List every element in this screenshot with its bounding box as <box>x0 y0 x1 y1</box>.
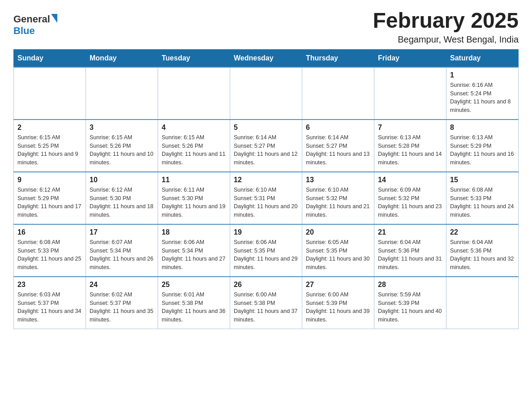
day-info: Sunrise: 6:13 AMSunset: 5:28 PMDaylight:… <box>378 133 442 167</box>
day-number: 18 <box>162 228 226 236</box>
day-number: 3 <box>90 124 154 132</box>
day-number: 19 <box>234 228 298 236</box>
calendar-cell: 15Sunrise: 6:08 AMSunset: 5:33 PMDayligh… <box>446 172 519 224</box>
calendar-cell: 17Sunrise: 6:07 AMSunset: 5:34 PMDayligh… <box>86 224 158 277</box>
day-info: Sunrise: 6:00 AMSunset: 5:39 PMDaylight:… <box>306 291 370 324</box>
weekday-header-wednesday: Wednesday <box>230 49 302 67</box>
calendar-cell: 3Sunrise: 6:15 AMSunset: 5:26 PMDaylight… <box>86 120 158 172</box>
day-number: 24 <box>90 281 154 289</box>
day-number: 8 <box>450 124 515 132</box>
calendar-cell: 4Sunrise: 6:15 AMSunset: 5:26 PMDaylight… <box>158 120 230 172</box>
weekday-header-friday: Friday <box>374 49 446 67</box>
day-info: Sunrise: 6:06 AMSunset: 5:35 PMDaylight:… <box>234 238 298 272</box>
day-info: Sunrise: 6:12 AMSunset: 5:30 PMDaylight:… <box>90 186 154 219</box>
day-number: 28 <box>378 281 442 289</box>
calendar-cell: 1Sunrise: 6:16 AMSunset: 5:24 PMDaylight… <box>446 67 519 120</box>
week-row-5: 23Sunrise: 6:03 AMSunset: 5:37 PMDayligh… <box>14 277 519 329</box>
day-info: Sunrise: 6:16 AMSunset: 5:24 PMDaylight:… <box>450 81 515 115</box>
calendar-cell: 10Sunrise: 6:12 AMSunset: 5:30 PMDayligh… <box>86 172 158 224</box>
day-number: 26 <box>234 281 298 289</box>
calendar-cell: 12Sunrise: 6:10 AMSunset: 5:31 PMDayligh… <box>230 172 302 224</box>
title-area: February 2025 Begampur, West Bengal, Ind… <box>373 9 519 45</box>
calendar-cell: 27Sunrise: 6:00 AMSunset: 5:39 PMDayligh… <box>302 277 374 329</box>
calendar-cell: 9Sunrise: 6:12 AMSunset: 5:29 PMDaylight… <box>14 172 86 224</box>
calendar-cell <box>374 67 446 120</box>
day-number: 12 <box>234 176 298 184</box>
calendar-cell: 25Sunrise: 6:01 AMSunset: 5:38 PMDayligh… <box>158 277 230 329</box>
day-number: 13 <box>306 176 370 184</box>
calendar-cell: 28Sunrise: 5:59 AMSunset: 5:39 PMDayligh… <box>374 277 446 329</box>
calendar-cell: 18Sunrise: 6:06 AMSunset: 5:34 PMDayligh… <box>158 224 230 277</box>
day-info: Sunrise: 6:12 AMSunset: 5:29 PMDaylight:… <box>17 186 82 219</box>
day-number: 9 <box>17 176 82 184</box>
calendar-cell: 13Sunrise: 6:10 AMSunset: 5:32 PMDayligh… <box>302 172 374 224</box>
calendar-cell: 14Sunrise: 6:09 AMSunset: 5:32 PMDayligh… <box>374 172 446 224</box>
calendar-cell: 11Sunrise: 6:11 AMSunset: 5:30 PMDayligh… <box>158 172 230 224</box>
calendar-cell: 20Sunrise: 6:05 AMSunset: 5:35 PMDayligh… <box>302 224 374 277</box>
day-number: 6 <box>306 124 370 132</box>
day-number: 15 <box>450 176 515 184</box>
day-info: Sunrise: 6:08 AMSunset: 5:33 PMDaylight:… <box>17 238 82 272</box>
day-number: 4 <box>162 124 226 132</box>
calendar-cell: 6Sunrise: 6:14 AMSunset: 5:27 PMDaylight… <box>302 120 374 172</box>
day-info: Sunrise: 5:59 AMSunset: 5:39 PMDaylight:… <box>378 291 442 324</box>
calendar-cell: 7Sunrise: 6:13 AMSunset: 5:28 PMDaylight… <box>374 120 446 172</box>
week-row-2: 2Sunrise: 6:15 AMSunset: 5:25 PMDaylight… <box>14 120 519 172</box>
day-number: 21 <box>378 228 442 236</box>
calendar-cell: 24Sunrise: 6:02 AMSunset: 5:37 PMDayligh… <box>86 277 158 329</box>
day-info: Sunrise: 6:01 AMSunset: 5:38 PMDaylight:… <box>162 291 226 324</box>
day-info: Sunrise: 6:06 AMSunset: 5:34 PMDaylight:… <box>162 238 226 272</box>
calendar-cell <box>86 67 158 120</box>
day-info: Sunrise: 6:15 AMSunset: 5:26 PMDaylight:… <box>162 133 226 167</box>
weekday-header-saturday: Saturday <box>446 49 519 67</box>
day-number: 23 <box>17 281 82 289</box>
day-info: Sunrise: 6:08 AMSunset: 5:33 PMDaylight:… <box>450 186 515 219</box>
day-info: Sunrise: 6:05 AMSunset: 5:35 PMDaylight:… <box>306 238 370 272</box>
weekday-header-sunday: Sunday <box>14 49 86 67</box>
calendar-cell: 23Sunrise: 6:03 AMSunset: 5:37 PMDayligh… <box>14 277 86 329</box>
day-info: Sunrise: 6:04 AMSunset: 5:36 PMDaylight:… <box>450 238 515 272</box>
logo-text-general: General <box>13 13 50 25</box>
day-number: 14 <box>378 176 442 184</box>
logo-first-line: General <box>13 13 57 25</box>
day-info: Sunrise: 6:07 AMSunset: 5:34 PMDaylight:… <box>90 238 154 272</box>
logo: GeneralBlue <box>13 13 57 37</box>
day-number: 2 <box>17 124 82 132</box>
calendar-cell: 8Sunrise: 6:13 AMSunset: 5:29 PMDaylight… <box>446 120 519 172</box>
day-info: Sunrise: 6:14 AMSunset: 5:27 PMDaylight:… <box>306 133 370 167</box>
page-header: GeneralBlue February 2025 Begampur, West… <box>13 9 519 45</box>
calendar-subtitle: Begampur, West Bengal, India <box>373 34 519 45</box>
week-row-4: 16Sunrise: 6:08 AMSunset: 5:33 PMDayligh… <box>14 224 519 277</box>
day-number: 16 <box>17 228 82 236</box>
day-info: Sunrise: 6:03 AMSunset: 5:37 PMDaylight:… <box>17 291 82 324</box>
day-info: Sunrise: 6:15 AMSunset: 5:25 PMDaylight:… <box>17 133 82 167</box>
weekday-header-row: SundayMondayTuesdayWednesdayThursdayFrid… <box>14 49 519 67</box>
day-number: 11 <box>162 176 226 184</box>
day-info: Sunrise: 6:11 AMSunset: 5:30 PMDaylight:… <box>162 186 226 219</box>
weekday-header-tuesday: Tuesday <box>158 49 230 67</box>
week-row-1: 1Sunrise: 6:16 AMSunset: 5:24 PMDaylight… <box>14 67 519 120</box>
day-info: Sunrise: 6:10 AMSunset: 5:32 PMDaylight:… <box>306 186 370 219</box>
calendar-title: February 2025 <box>373 9 519 33</box>
day-info: Sunrise: 6:02 AMSunset: 5:37 PMDaylight:… <box>90 291 154 324</box>
day-info: Sunrise: 6:15 AMSunset: 5:26 PMDaylight:… <box>90 133 154 167</box>
day-number: 27 <box>306 281 370 289</box>
day-number: 20 <box>306 228 370 236</box>
day-info: Sunrise: 6:10 AMSunset: 5:31 PMDaylight:… <box>234 186 298 219</box>
calendar-cell: 21Sunrise: 6:04 AMSunset: 5:36 PMDayligh… <box>374 224 446 277</box>
day-info: Sunrise: 6:00 AMSunset: 5:38 PMDaylight:… <box>234 291 298 324</box>
calendar-cell <box>14 67 86 120</box>
day-number: 22 <box>450 228 515 236</box>
calendar-cell <box>230 67 302 120</box>
logo-triangle-icon <box>51 14 57 23</box>
calendar-cell: 5Sunrise: 6:14 AMSunset: 5:27 PMDaylight… <box>230 120 302 172</box>
weekday-header-monday: Monday <box>86 49 158 67</box>
day-number: 10 <box>90 176 154 184</box>
weekday-header-thursday: Thursday <box>302 49 374 67</box>
day-number: 25 <box>162 281 226 289</box>
day-info: Sunrise: 6:04 AMSunset: 5:36 PMDaylight:… <box>378 238 442 272</box>
calendar-cell <box>446 277 519 329</box>
day-number: 17 <box>90 228 154 236</box>
day-number: 1 <box>450 71 515 79</box>
logo-text-blue: Blue <box>13 25 35 37</box>
